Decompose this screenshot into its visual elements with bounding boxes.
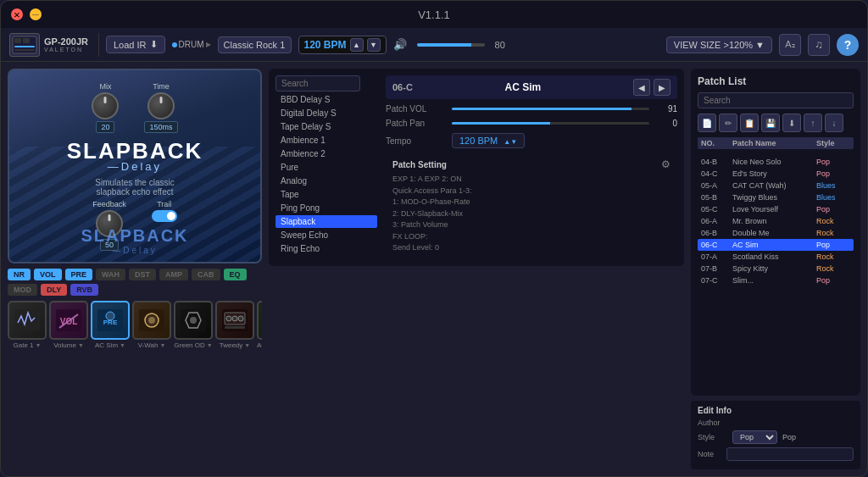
patch-list-items: BBD Delay S Digital Delay S Tape Delay S… bbox=[275, 93, 377, 255]
load-ir-button[interactable]: Load IR ⬇ bbox=[106, 36, 165, 53]
close-button[interactable]: × bbox=[11, 8, 23, 20]
fx-pedal-dst[interactable]: Green OD ▼ bbox=[174, 301, 213, 349]
time-knob[interactable] bbox=[147, 92, 175, 119]
view-size-arrow-icon: ▼ bbox=[755, 40, 765, 50]
panel-up-button[interactable]: ↑ bbox=[804, 114, 822, 132]
patch-row-05c[interactable]: 05-C Love Yourself Pop bbox=[698, 203, 854, 215]
help-button[interactable]: ? bbox=[837, 34, 859, 56]
fx-btn-dst[interactable]: DST bbox=[129, 269, 156, 280]
fx-btn-nr[interactable]: NR bbox=[8, 269, 31, 280]
view-size-value: >120% bbox=[723, 40, 753, 50]
pedal-title-area: SLAPBACK —Delay bbox=[67, 140, 203, 173]
patch-row-06c[interactable]: 06-C AC Sim Pop bbox=[698, 239, 854, 251]
tune-button[interactable]: ♫ bbox=[808, 34, 830, 56]
patch-item-analog[interactable]: Analog bbox=[275, 175, 377, 187]
time-knob-group: Time 150ms bbox=[144, 82, 177, 133]
trail-toggle[interactable] bbox=[152, 210, 177, 222]
patch-pan-slider[interactable] bbox=[452, 122, 649, 125]
patch-row-05b[interactable]: 05-B Twiggy Blues Blues bbox=[698, 191, 854, 203]
pedal-desc-line1: Simulates the classic bbox=[95, 178, 174, 187]
patch-vol-label: Patch VOL bbox=[386, 104, 445, 114]
patch-vol-value: 91 bbox=[656, 104, 677, 114]
patch-item-ambience1[interactable]: Ambience 1 bbox=[275, 134, 377, 147]
patch-setting-gear-button[interactable]: ⚙ bbox=[661, 158, 670, 170]
nr-label: Gate 1 ▼ bbox=[14, 341, 42, 349]
fx-btn-rvb[interactable]: RVB bbox=[70, 284, 98, 296]
fx-btn-amp[interactable]: AMP bbox=[159, 269, 188, 280]
patch-item-bbd[interactable]: BBD Delay S bbox=[275, 93, 377, 106]
style-select[interactable]: Pop Rock Blues bbox=[732, 430, 777, 444]
bpm-up-button[interactable]: ▲ bbox=[350, 38, 364, 52]
note-row: Note bbox=[698, 447, 854, 461]
patch-list-search-input[interactable] bbox=[698, 92, 854, 108]
patch-item-tape-delay[interactable]: Tape Delay S bbox=[275, 120, 377, 133]
patch-row-07a[interactable]: 07-A Scotland Kiss Rock bbox=[698, 251, 854, 263]
panel-save-button[interactable]: 💾 bbox=[761, 114, 780, 132]
patch-pan-row: Patch Pan 0 bbox=[386, 119, 677, 128]
fx-btn-wah[interactable]: WAH bbox=[96, 269, 125, 280]
time-label: Time bbox=[153, 82, 170, 91]
dst-icon bbox=[174, 301, 213, 340]
panel-edit-button[interactable]: ✏ bbox=[719, 114, 737, 132]
tempo-value[interactable]: 120 BPM ▲▼ bbox=[452, 133, 525, 148]
fx-btn-dly[interactable]: DLY bbox=[41, 284, 67, 296]
patch-row-05a[interactable]: 05-A CAT CAT (Wah) Blues bbox=[698, 180, 854, 191]
patch-row-07b[interactable]: 07-B Spicy Kitty Rock bbox=[698, 263, 854, 275]
fx-btn-eq[interactable]: EQ bbox=[224, 269, 247, 280]
fx-btn-pre[interactable]: PRE bbox=[65, 269, 93, 280]
patch-setting-section: Patch Setting ⚙ EXP 1: A EXP 2: ON Quick… bbox=[386, 153, 677, 259]
font-button[interactable]: A₂ bbox=[779, 34, 801, 56]
patch-item-tape[interactable]: Tape bbox=[275, 188, 377, 201]
fx-btn-mod[interactable]: MOD bbox=[8, 284, 37, 296]
search-box: BBD Delay S Digital Delay S Tape Delay S… bbox=[275, 75, 377, 259]
patch-list-title: Patch List bbox=[698, 75, 854, 87]
fx-pedal-pre[interactable]: PRE AC Sim ▼ bbox=[91, 301, 130, 349]
patch-item-pingpong[interactable]: Ping Pong bbox=[275, 202, 377, 214]
panel-download-button[interactable]: ⬇ bbox=[782, 114, 801, 132]
svg-rect-23 bbox=[225, 326, 245, 329]
drum-arrow-icon: ▶ bbox=[206, 41, 211, 48]
fx-pedal-nr[interactable]: Gate 1 ▼ bbox=[8, 301, 47, 349]
panel-new-button[interactable]: 📄 bbox=[698, 114, 716, 132]
prev-patch-button[interactable]: ◀ bbox=[633, 79, 650, 96]
fx-pedal-amp[interactable]: Tweedy ▼ bbox=[215, 301, 254, 349]
fx-pedal-vol[interactable]: VOL Volume ▼ bbox=[49, 301, 88, 349]
fx-btn-vol[interactable]: VOL bbox=[34, 269, 62, 280]
panel-copy-button[interactable]: 📋 bbox=[740, 114, 759, 132]
patch-name-display: AC Sim bbox=[505, 81, 542, 93]
volume-slider[interactable] bbox=[417, 43, 485, 47]
fx-pedal-wah[interactable]: V-Wah ▼ bbox=[132, 301, 171, 349]
view-size-label: VIEW SIZE bbox=[674, 40, 721, 50]
left-panel: Mix 20 Time 150ms SLAPBACK —Delay Sim bbox=[8, 69, 262, 469]
fx-pedals-row: Gate 1 ▼ VOL Volume ▼ bbox=[8, 301, 262, 349]
bpm-down-button[interactable]: ▼ bbox=[367, 38, 381, 52]
patch-item-slapback[interactable]: Slapback bbox=[275, 215, 377, 228]
patch-row-04c[interactable]: 04-C Ed's Story Pop bbox=[698, 168, 854, 180]
next-patch-button[interactable]: ▶ bbox=[654, 79, 670, 96]
patch-search-input[interactable] bbox=[275, 75, 360, 92]
minimize-button[interactable]: — bbox=[30, 8, 42, 20]
download-icon: ⬇ bbox=[150, 39, 158, 50]
svg-point-17 bbox=[190, 317, 197, 324]
style-value-display: Pop bbox=[782, 433, 796, 441]
patch-item-digital[interactable]: Digital Delay S bbox=[275, 107, 377, 119]
patch-vol-slider[interactable] bbox=[452, 108, 649, 110]
patch-item-pure[interactable]: Pure bbox=[275, 161, 377, 174]
patch-row-07c[interactable]: 07-C Slim... Pop bbox=[698, 275, 854, 286]
patch-row-06a[interactable]: 06-A Mr. Brown Rock bbox=[698, 215, 854, 227]
patch-setting-text: EXP 1: A EXP 2: ON Quick Access Para 1-3… bbox=[392, 174, 670, 254]
patch-item-ring[interactable]: Ring Echo bbox=[275, 242, 377, 255]
pedal-desc-line2: slapback echo effect bbox=[95, 187, 174, 197]
note-input[interactable] bbox=[726, 447, 854, 461]
patch-item-sweep[interactable]: Sweep Echo bbox=[275, 229, 377, 241]
mix-knob[interactable] bbox=[92, 92, 119, 119]
panel-down-button[interactable]: ↓ bbox=[825, 114, 843, 132]
time-value: 150ms bbox=[144, 121, 177, 133]
patch-item-ambience2[interactable]: Ambience 2 bbox=[275, 147, 377, 160]
view-size-button[interactable]: VIEW SIZE >120% ▼ bbox=[666, 36, 772, 53]
preset-select[interactable]: Classic Rock 1 bbox=[218, 36, 292, 53]
patch-row-04b[interactable]: 04-B Nice Neo Solo Pop bbox=[698, 156, 854, 168]
patch-row-06b[interactable]: 06-B Double Me Rock bbox=[698, 227, 854, 239]
bottom-label: SLAPBACK —Delay bbox=[9, 226, 260, 255]
fx-btn-cab[interactable]: CAB bbox=[192, 269, 220, 280]
